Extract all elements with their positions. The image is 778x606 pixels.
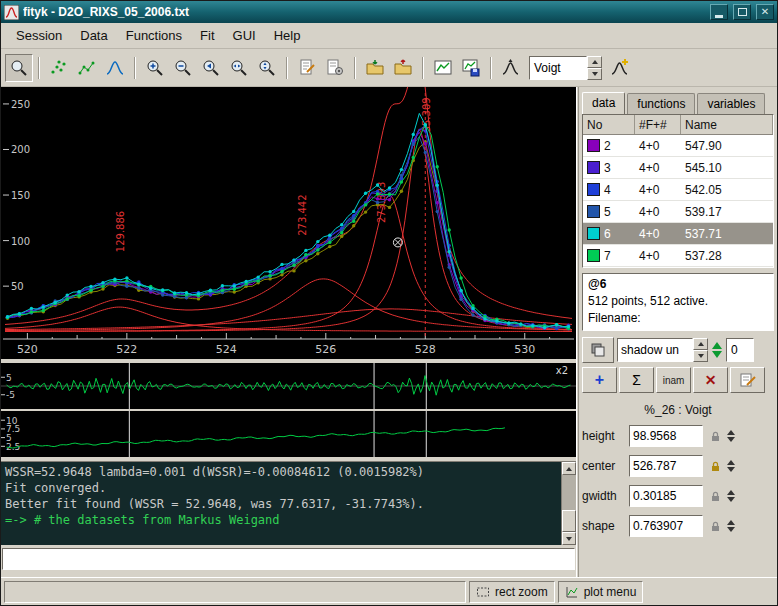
maximize-button[interactable] bbox=[733, 4, 751, 20]
dataset-index-field[interactable]: 0 bbox=[726, 338, 754, 362]
column-header-flags[interactable]: #F+# bbox=[635, 115, 681, 134]
rename-button[interactable]: inam bbox=[656, 367, 691, 393]
scrollbar-thumb[interactable] bbox=[562, 510, 576, 532]
toolbar-separator bbox=[38, 57, 40, 79]
zoom-vertical-button[interactable] bbox=[253, 54, 281, 82]
zoom-all-button[interactable] bbox=[5, 54, 33, 82]
chevron-down-icon bbox=[592, 72, 598, 76]
open-data-button[interactable] bbox=[361, 54, 389, 82]
table-row[interactable]: 5 4+0 539.17 bbox=[583, 201, 773, 223]
shadow-icon bbox=[589, 341, 607, 359]
save-image-icon bbox=[461, 58, 481, 78]
menu-fit[interactable]: Fit bbox=[191, 24, 223, 47]
param-shape-field[interactable]: 0.763907 bbox=[629, 515, 703, 537]
svg-text:129.886: 129.886 bbox=[115, 211, 126, 252]
svg-text:524: 524 bbox=[216, 343, 237, 356]
lock-icon bbox=[709, 460, 722, 473]
param-height-field[interactable]: 98.9568 bbox=[629, 425, 703, 447]
zoom-horizontal-button[interactable] bbox=[225, 54, 253, 82]
shadow-toggle-button[interactable] bbox=[582, 337, 614, 363]
zoom-out-icon bbox=[173, 58, 193, 78]
menu-functions[interactable]: Functions bbox=[117, 24, 191, 47]
plot-menu-icon bbox=[565, 585, 579, 599]
command-input[interactable] bbox=[2, 548, 575, 570]
tab-functions[interactable]: functions bbox=[627, 93, 695, 114]
main-plot[interactable]: 52052252452652853050100150200250129.8862… bbox=[1, 87, 576, 359]
param-spinner[interactable] bbox=[727, 430, 735, 442]
param-spinner[interactable] bbox=[727, 490, 735, 502]
zoom-in-button[interactable] bbox=[141, 54, 169, 82]
minimize-button[interactable] bbox=[710, 4, 728, 20]
dataset-flags: 4+0 bbox=[635, 227, 681, 241]
lock-button[interactable] bbox=[706, 456, 724, 476]
dataset-flags: 4+0 bbox=[635, 249, 681, 263]
add-function-button[interactable]: + bbox=[582, 367, 617, 393]
shadow-down-button[interactable] bbox=[693, 350, 708, 362]
auxiliary-plot-residuals[interactable]: 5-5x2 bbox=[1, 363, 576, 409]
script-button[interactable] bbox=[321, 54, 349, 82]
peak-type-down-button[interactable] bbox=[587, 68, 602, 80]
scrollbar-track[interactable] bbox=[562, 475, 576, 532]
param-spinner[interactable] bbox=[727, 460, 735, 472]
arrow-down-icon bbox=[727, 527, 735, 532]
svg-text:530: 530 bbox=[514, 343, 535, 356]
scroll-up-button[interactable] bbox=[562, 462, 576, 475]
console-command-line: =-> # the datasets from Markus Weigand bbox=[5, 512, 557, 528]
param-spinner[interactable] bbox=[727, 520, 735, 532]
zoom-previous-button[interactable] bbox=[197, 54, 225, 82]
close-button[interactable]: ✕ bbox=[756, 4, 774, 20]
plot-menu-cell[interactable]: plot menu bbox=[558, 581, 644, 603]
menu-data[interactable]: Data bbox=[71, 24, 116, 47]
param-row-height: height 98.9568 bbox=[582, 425, 774, 447]
dataset-color-swatch bbox=[587, 205, 600, 218]
plot-window-button[interactable] bbox=[429, 54, 457, 82]
peaks-button[interactable] bbox=[101, 54, 129, 82]
peaks-icon bbox=[105, 58, 125, 78]
auxiliary-plot-cumulative[interactable]: 107.552.5 bbox=[1, 411, 576, 457]
console-scrollbar[interactable] bbox=[561, 462, 576, 545]
statusbar: rect zoom plot menu bbox=[1, 577, 777, 605]
shadow-up-button[interactable] bbox=[693, 338, 708, 350]
column-header-name[interactable]: Name bbox=[681, 115, 773, 134]
rect-zoom-cell[interactable]: rect zoom bbox=[469, 581, 555, 603]
table-row[interactable]: 3 4+0 545.10 bbox=[583, 157, 773, 179]
chevron-down-icon bbox=[698, 354, 704, 358]
column-header-no[interactable]: No bbox=[583, 115, 635, 134]
data-points-line-button[interactable] bbox=[73, 54, 101, 82]
delete-button[interactable]: ✕ bbox=[693, 367, 728, 393]
zoom-out-button[interactable] bbox=[169, 54, 197, 82]
peak-type-up-button[interactable] bbox=[587, 56, 602, 68]
menu-gui[interactable]: GUI bbox=[224, 24, 265, 47]
status-message-cell bbox=[4, 581, 466, 603]
dataset-spin-arrows[interactable] bbox=[711, 342, 723, 358]
save-image-button[interactable] bbox=[457, 54, 485, 82]
titlebar[interactable]: fityk - D2O_RIXS_05_2006.txt ✕ bbox=[1, 1, 777, 23]
menu-session[interactable]: Session bbox=[7, 24, 71, 47]
data-points-button[interactable] bbox=[45, 54, 73, 82]
param-label: gwidth bbox=[582, 489, 626, 503]
auto-add-button[interactable] bbox=[606, 54, 634, 82]
table-row[interactable]: 4 4+0 542.05 bbox=[583, 179, 773, 201]
scroll-down-button[interactable] bbox=[562, 532, 576, 545]
dataset-info-box: @6 512 points, 512 active. Filename: bbox=[582, 273, 774, 331]
table-row[interactable]: 7 4+0 537.28 bbox=[583, 245, 773, 267]
lock-button[interactable] bbox=[706, 426, 724, 446]
param-center-field[interactable]: 526.787 bbox=[629, 455, 703, 477]
edit-formula-button[interactable] bbox=[730, 367, 765, 393]
sum-button[interactable]: Σ bbox=[619, 367, 654, 393]
lock-button[interactable] bbox=[706, 516, 724, 536]
table-row[interactable]: 2 4+0 547.90 bbox=[583, 135, 773, 157]
shadow-select[interactable]: shadow un bbox=[617, 338, 693, 362]
dataset-flags: 4+0 bbox=[635, 183, 681, 197]
table-row[interactable]: 6 4+0 537.71 bbox=[583, 223, 773, 245]
log-button[interactable] bbox=[293, 54, 321, 82]
tab-variables[interactable]: variables bbox=[697, 93, 765, 114]
add-peak-button[interactable] bbox=[497, 54, 525, 82]
menu-help[interactable]: Help bbox=[265, 24, 310, 47]
param-gwidth-field[interactable]: 0.30185 bbox=[629, 485, 703, 507]
peak-type-combo[interactable]: Voigt bbox=[529, 56, 602, 80]
dataset-name: 542.05 bbox=[681, 183, 773, 197]
tab-data[interactable]: data bbox=[582, 92, 625, 115]
export-data-button[interactable] bbox=[389, 54, 417, 82]
lock-button[interactable] bbox=[706, 486, 724, 506]
